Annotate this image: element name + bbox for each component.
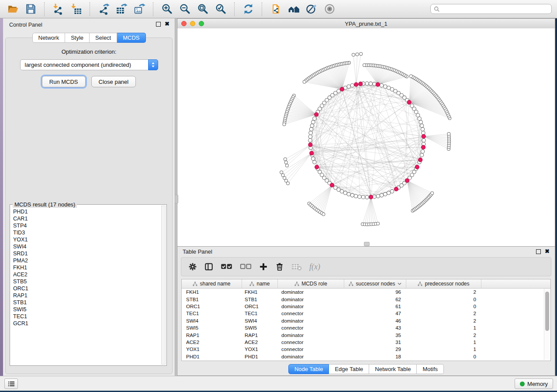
close-table-panel-icon[interactable]: ✖ xyxy=(545,249,550,254)
memory-button[interactable]: Memory xyxy=(515,378,553,389)
select-all-icon[interactable] xyxy=(221,262,232,271)
close-panel-icon[interactable]: ✖ xyxy=(165,21,170,27)
mcds-result-item[interactable]: STP4 xyxy=(13,222,160,229)
memory-status-dot xyxy=(520,382,525,386)
export-table-icon[interactable] xyxy=(114,2,129,17)
tab-select[interactable]: Select xyxy=(90,33,117,43)
export-image-icon[interactable] xyxy=(132,2,147,17)
tab-edge-table[interactable]: Edge Table xyxy=(329,364,369,374)
table-row[interactable]: ORC1ORC1dominator610 xyxy=(182,303,550,310)
hide-graphics-icon[interactable] xyxy=(304,2,319,17)
table-row[interactable]: PHD1PHD1dominator180 xyxy=(182,353,550,360)
zoom-in-icon[interactable] xyxy=(159,2,174,17)
column-header-MCDS-role[interactable]: MCDS role xyxy=(278,279,344,288)
mcds-result-item[interactable]: ACE2 xyxy=(13,271,160,278)
cell-MCDS-role: connector xyxy=(278,311,344,316)
network-window: YPA_prune.txt_1 xyxy=(177,18,555,247)
mcds-result-item[interactable]: TEC1 xyxy=(13,313,160,320)
zoom-selected-icon[interactable] xyxy=(213,2,228,17)
import-table-icon[interactable] xyxy=(69,2,83,17)
export-network-icon[interactable] xyxy=(96,2,111,17)
close-window-icon[interactable] xyxy=(181,21,187,26)
cell-shared-name: FKH1 xyxy=(182,289,242,295)
desktop-background-left xyxy=(0,18,3,376)
mcds-result-item[interactable]: GCR1 xyxy=(13,320,160,327)
mcds-result-item[interactable]: RAP1 xyxy=(13,292,160,299)
table-panel-tabs: Node TableEdge TableNetwork TableMotifs xyxy=(177,364,555,374)
main-toolbar xyxy=(0,0,557,18)
table-row[interactable]: YOX1YOX1connector291 xyxy=(182,346,550,353)
show-graphics-icon[interactable] xyxy=(322,2,337,17)
delete-column-icon[interactable] xyxy=(275,262,284,271)
mcds-result-item[interactable]: SWI5 xyxy=(13,306,160,313)
list-icon xyxy=(8,381,15,387)
network-canvas[interactable] xyxy=(177,28,555,246)
mcds-result-item[interactable]: STB5 xyxy=(13,278,160,285)
mcds-result-item[interactable]: SRD1 xyxy=(13,250,160,257)
tab-node-table[interactable]: Node Table xyxy=(288,364,329,374)
table-scrollbar[interactable] xyxy=(544,289,550,360)
minimize-window-icon[interactable] xyxy=(190,21,195,26)
maximize-window-icon[interactable] xyxy=(199,21,204,26)
settings-gear-icon[interactable] xyxy=(188,262,197,271)
tab-motifs[interactable]: Motifs xyxy=(417,364,444,374)
horizontal-splitter-grip[interactable] xyxy=(364,242,370,246)
refresh-icon[interactable] xyxy=(241,2,256,17)
mcds-result-item[interactable]: YOX1 xyxy=(13,236,160,243)
table-row[interactable]: SWI4SWI4dominator462 xyxy=(182,317,550,324)
tab-network[interactable]: Network xyxy=(32,33,65,43)
cell-shared-name: ORC1 xyxy=(182,304,242,309)
cell-name: TEC1 xyxy=(242,311,278,316)
column-header-shared-name[interactable]: shared name xyxy=(182,279,242,288)
mcds-result-item[interactable]: PMA2 xyxy=(13,257,160,264)
mcds-result-item[interactable]: SWI4 xyxy=(13,243,160,250)
show-panel-list-button[interactable] xyxy=(4,378,18,389)
dropdown-stepper-icon xyxy=(148,59,158,70)
save-session-icon[interactable] xyxy=(23,2,38,17)
cell-shared-name: ACE2 xyxy=(182,340,242,345)
search-input[interactable] xyxy=(442,5,548,13)
zoom-out-icon[interactable] xyxy=(177,2,192,17)
run-mcds-button[interactable]: Run MCDS xyxy=(42,76,86,87)
cell-successor-nodes: 18 xyxy=(344,354,406,359)
neighbors-icon[interactable] xyxy=(286,2,301,17)
add-column-icon[interactable] xyxy=(259,262,268,271)
cell-MCDS-role: connector xyxy=(278,347,344,352)
mcds-result-item[interactable]: FKH1 xyxy=(13,264,160,271)
cell-MCDS-role: dominator xyxy=(278,304,344,309)
table-row[interactable]: FKH1FKH1dominator962 xyxy=(182,289,550,296)
float-table-panel-icon[interactable] xyxy=(536,249,541,254)
mcds-result-scrollbar[interactable] xyxy=(161,206,166,364)
table-row[interactable]: SWI5SWI5connector431 xyxy=(182,324,550,331)
export-document-icon[interactable] xyxy=(268,2,283,17)
mcds-result-item[interactable]: STB1 xyxy=(13,299,160,306)
table-scrollbar-thumb[interactable] xyxy=(545,292,549,331)
mcds-result-item[interactable]: ORC1 xyxy=(13,285,160,292)
float-panel-icon[interactable] xyxy=(156,22,161,27)
column-header-predecessor-nodes[interactable]: predecessor nodes xyxy=(406,279,481,288)
close-panel-button[interactable]: Close panel xyxy=(91,76,136,87)
criterion-dropdown[interactable]: largest connected component (undirected) xyxy=(20,59,158,70)
tab-mcds[interactable]: MCDS xyxy=(117,33,145,43)
table-row[interactable]: ACE2ACE2connector311 xyxy=(182,339,550,346)
vertical-splitter-grip[interactable] xyxy=(175,195,178,203)
tab-network-table[interactable]: Network Table xyxy=(369,364,417,374)
column-header-successor-nodes[interactable]: successor nodes xyxy=(344,279,406,288)
deselect-all-icon[interactable] xyxy=(240,262,252,271)
mcds-result-item[interactable]: TID3 xyxy=(13,229,160,236)
network-view[interactable] xyxy=(177,28,555,246)
import-network-icon[interactable] xyxy=(51,2,66,17)
table-row[interactable]: TEC1TEC1connector472 xyxy=(182,310,550,317)
show-columns-icon[interactable] xyxy=(204,262,213,271)
table-row[interactable]: RAP1RAP1dominator352 xyxy=(182,331,550,338)
cell-successor-nodes: 61 xyxy=(344,304,406,309)
zoom-fit-icon[interactable] xyxy=(195,2,210,17)
column-header-name[interactable]: name xyxy=(242,279,278,288)
mcds-result-item[interactable]: PHD1 xyxy=(13,208,160,215)
open-session-icon[interactable] xyxy=(5,2,20,17)
search-box[interactable] xyxy=(430,4,552,14)
tab-style[interactable]: Style xyxy=(65,33,90,43)
table-row[interactable]: STB1STB1dominator620 xyxy=(182,296,550,303)
toolbar-separator xyxy=(90,2,90,16)
mcds-result-item[interactable]: CAR1 xyxy=(13,215,160,222)
